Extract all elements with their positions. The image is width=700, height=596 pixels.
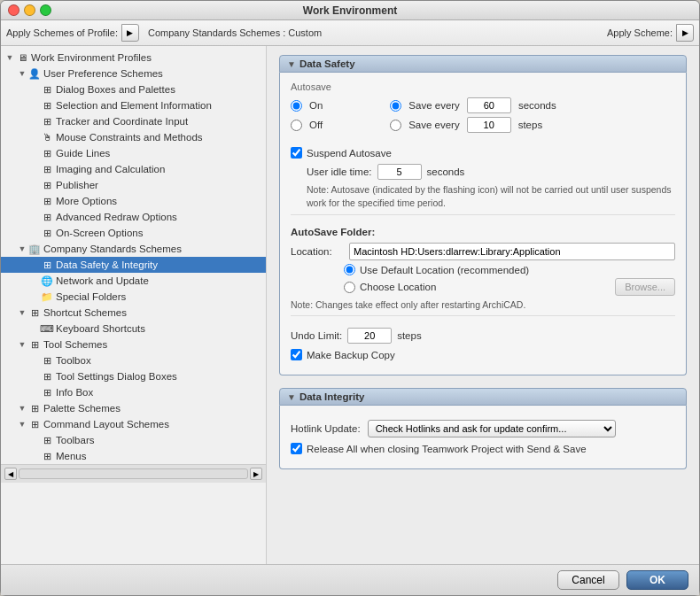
data-integrity-title: Data Integrity (299, 391, 365, 402)
suspend-autosave-checkbox[interactable] (291, 147, 302, 159)
tree-item-label: Info Box (56, 387, 266, 398)
scroll-left-arrow[interactable]: ◀ (4, 468, 17, 480)
tree-item-label: Tracker and Coordinate Input (56, 116, 266, 127)
imaging-calc-icon: ⊞ (40, 162, 54, 176)
sidebar-item-more-options[interactable]: ⊞More Options (1, 193, 266, 209)
save-every-seconds-radio[interactable] (390, 100, 401, 112)
idle-label: User idle time: (307, 166, 372, 177)
apply-scheme-dropdown[interactable]: ▶ (676, 24, 694, 42)
steps-unit: steps (518, 120, 543, 130)
release-all-checkbox[interactable] (291, 443, 302, 454)
sidebar-item-command-layout-schemes[interactable]: ▼⊞Command Layout Schemes (1, 416, 266, 432)
location-input[interactable] (349, 243, 675, 260)
cancel-button[interactable]: Cancel (557, 570, 619, 590)
autosave-off-radio[interactable] (291, 120, 302, 131)
tree-item-label: Data Safety & Integrity (56, 259, 266, 270)
data-safety-header: ▼ Data Safety (279, 55, 687, 73)
sidebar-item-tracker-coordinate[interactable]: ⊞Tracker and Coordinate Input (1, 113, 266, 129)
data-safety-body: Autosave On Save every 60 seconds Off (279, 73, 687, 375)
autosave-on-row: On Save every 60 seconds (291, 97, 675, 113)
publisher-icon: ⊞ (40, 178, 54, 192)
sidebar-item-tool-settings-dialog[interactable]: ⊞Tool Settings Dialog Boxes (1, 368, 266, 384)
sidebar-item-user-pref-schemes[interactable]: ▼👤User Preference Schemes (1, 66, 266, 81)
make-backup-checkbox[interactable] (291, 349, 302, 360)
sidebar-item-keyboard-shortcuts[interactable]: ⌨Keyboard Shortcuts (1, 321, 266, 337)
sidebar-item-work-env-profiles[interactable]: ▼🖥Work Environment Profiles (1, 50, 266, 66)
sidebar-scrollbar: ◀ ▶ (1, 464, 266, 483)
sidebar-item-dialog-boxes-palettes[interactable]: ⊞Dialog Boxes and Palettes (1, 81, 266, 97)
sidebar-item-guide-lines[interactable]: ⊞Guide Lines (1, 145, 266, 161)
sidebar-item-shortcut-schemes[interactable]: ▼⊞Shortcut Schemes (1, 305, 266, 321)
sidebar-item-imaging-calc[interactable]: ⊞Imaging and Calculation (1, 161, 266, 177)
sidebar-item-publisher[interactable]: ⊞Publisher (1, 177, 266, 193)
sidebar-item-toolbars[interactable]: ⊞Toolbars (1, 432, 266, 448)
content-area: ▼🖥Work Environment Profiles▼👤User Prefer… (1, 46, 699, 564)
tree-arrow: ▼ (17, 340, 27, 349)
company-std-schemes-icon: 🏢 (27, 242, 42, 256)
horizontal-scrollbar[interactable] (19, 468, 248, 479)
sidebar: ▼🖥Work Environment Profiles▼👤User Prefer… (1, 46, 267, 564)
apply-schemes-label: Apply Schemes of Profile: (6, 27, 118, 38)
minimize-button[interactable] (24, 4, 35, 16)
location-label: Location: (291, 246, 344, 257)
sidebar-item-on-screen-options[interactable]: ⊞On-Screen Options (1, 225, 266, 241)
tree-arrow: ▼ (17, 244, 27, 253)
schemes-dropdown-arrow[interactable]: ▶ (121, 24, 139, 42)
sidebar-item-special-folders[interactable]: 📁Special Folders (1, 289, 266, 305)
on-screen-options-icon: ⊞ (40, 226, 54, 240)
maximize-button[interactable] (40, 4, 51, 16)
tree-item-label: User Preference Schemes (43, 68, 266, 79)
tree-item-label: Network and Update (56, 275, 266, 286)
undo-steps-label: steps (397, 330, 422, 341)
choose-location-radio[interactable] (344, 282, 355, 293)
palette-schemes-icon: ⊞ (27, 401, 42, 415)
keyboard-shortcuts-icon: ⌨ (40, 321, 54, 336)
save-steps-input[interactable]: 10 (467, 117, 511, 133)
section-triangle: ▼ (287, 59, 296, 69)
hotlink-select[interactable]: Check Hotlinks and ask for update confir… (368, 420, 616, 437)
apply-scheme-label: Apply Scheme: (607, 27, 673, 38)
sidebar-item-network-update[interactable]: 🌐Network and Update (1, 273, 266, 289)
sidebar-item-toolbox[interactable]: ⊞Toolbox (1, 352, 266, 368)
close-button[interactable] (8, 4, 19, 16)
choose-location-label: Choose Location (360, 282, 436, 292)
sidebar-item-data-safety-integrity[interactable]: ⊞Data Safety & Integrity (1, 257, 266, 273)
sidebar-item-info-box[interactable]: ⊞Info Box (1, 384, 266, 400)
tree-item-label: Imaging and Calculation (56, 164, 266, 174)
autosave-on-radio[interactable] (291, 100, 302, 112)
suspend-autosave-row: Suspend Autosave (291, 147, 675, 159)
tree-item-label: Special Folders (56, 291, 266, 302)
sidebar-item-company-std-schemes[interactable]: ▼🏢Company Standards Schemes (1, 241, 266, 257)
browse-button[interactable]: Browse... (615, 278, 675, 296)
profile-value: Company Standards Schemes : Custom (143, 27, 327, 38)
more-options-icon: ⊞ (40, 194, 54, 208)
toolbox-icon: ⊞ (40, 353, 54, 368)
use-default-radio[interactable] (344, 264, 355, 275)
idle-input[interactable]: 5 (377, 164, 422, 180)
tree-item-label: Company Standards Schemes (43, 244, 266, 254)
tree-item-label: Mouse Constraints and Methods (56, 132, 266, 143)
tree-arrow: ▼ (17, 420, 27, 429)
tree-item-label: More Options (56, 196, 266, 206)
sidebar-item-palette-schemes[interactable]: ▼⊞Palette Schemes (1, 400, 266, 416)
toolbar-right: Apply Scheme: ▶ (607, 24, 694, 42)
sidebar-item-tool-schemes[interactable]: ▼⊞Tool Schemes (1, 337, 266, 352)
special-folders-icon: 📁 (40, 290, 54, 304)
sidebar-item-selection-element-info[interactable]: ⊞Selection and Element Information (1, 97, 266, 113)
sidebar-item-mouse-constraints[interactable]: 🖱Mouse Constraints and Methods (1, 129, 266, 145)
network-update-icon: 🌐 (40, 274, 54, 288)
autosave-label: Autosave (291, 81, 675, 92)
ok-button[interactable]: OK (626, 570, 688, 590)
scroll-right-arrow[interactable]: ▶ (250, 468, 262, 480)
sidebar-item-advanced-redraw[interactable]: ⊞Advanced Redraw Options (1, 209, 266, 225)
undo-limit-row: Undo Limit: 20 steps (291, 328, 675, 344)
bottom-bar: Cancel OK (1, 564, 699, 595)
data-integrity-body: Hotlink Update: Check Hotlinks and ask f… (279, 406, 687, 469)
undo-limit-input[interactable]: 20 (347, 328, 392, 344)
save-seconds-input[interactable]: 60 (467, 97, 511, 113)
save-every-steps-radio[interactable] (390, 120, 401, 131)
sidebar-item-menus[interactable]: ⊞Menus (1, 448, 266, 464)
tree-item-label: Menus (56, 451, 266, 461)
menus-icon: ⊞ (40, 449, 54, 463)
info-box-icon: ⊞ (40, 385, 54, 399)
